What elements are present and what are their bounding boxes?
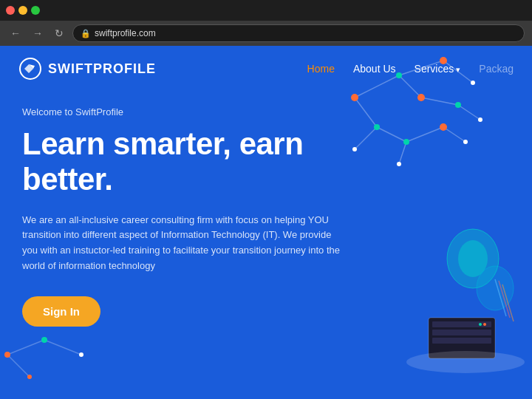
svg-point-14	[417, 94, 425, 101]
hero-content: Welcome to SwiftProfile Learn smarter, e…	[0, 92, 369, 341]
lock-icon: 🔒	[81, 29, 91, 38]
svg-point-15	[440, 123, 447, 131]
svg-point-31	[27, 375, 32, 379]
signin-button[interactable]: Sign In	[22, 296, 100, 327]
svg-point-40	[483, 323, 486, 326]
browser-chrome: ← → ↻ 🔒 swiftprofile.com	[0, 0, 532, 46]
svg-point-22	[397, 162, 401, 166]
svg-line-25	[7, 340, 44, 355]
nav-about[interactable]: About Us	[353, 63, 396, 75]
svg-point-17	[374, 124, 380, 130]
svg-rect-37	[432, 330, 491, 335]
svg-point-39	[479, 323, 482, 326]
hero-description: We are an all-inclusive career consultin…	[22, 213, 340, 274]
back-button[interactable]: ←	[7, 26, 24, 41]
svg-rect-36	[432, 321, 491, 327]
svg-point-41	[406, 351, 525, 373]
svg-line-11	[443, 127, 466, 142]
svg-line-5	[377, 127, 406, 142]
svg-point-30	[79, 352, 83, 357]
nav-links: Home About Us Services Packag	[307, 63, 514, 75]
site-logo[interactable]: SWIFTPROFILE	[18, 57, 156, 81]
window-controls	[6, 6, 40, 15]
minimize-button[interactable]	[18, 6, 27, 15]
url-text: swiftprofile.com	[95, 28, 156, 38]
website-content: SWIFTPROFILE Home About Us Services Pack…	[0, 46, 532, 399]
svg-rect-38	[432, 338, 491, 344]
hero-subtitle: Welcome to SwiftProfile	[22, 106, 347, 117]
right-illustration	[384, 214, 532, 384]
svg-line-8	[458, 105, 480, 120]
tab-bar	[0, 0, 532, 21]
svg-point-28	[4, 352, 10, 358]
logo-text: SWIFTPROFILE	[48, 61, 156, 77]
hero-title: Learn smarter, earn better.	[22, 126, 347, 198]
svg-point-19	[403, 139, 409, 145]
forward-button[interactable]: →	[30, 26, 46, 41]
svg-line-4	[421, 98, 458, 105]
svg-point-23	[478, 117, 482, 122]
nav-packages[interactable]: Packag	[479, 63, 514, 75]
svg-point-24	[463, 140, 468, 144]
browser-toolbar: ← → ↻ 🔒 swiftprofile.com	[0, 21, 532, 46]
svg-line-26	[44, 340, 81, 355]
logo-icon	[18, 57, 42, 81]
maximize-button[interactable]	[31, 6, 40, 15]
svg-line-10	[399, 142, 406, 164]
nav-home[interactable]: Home	[307, 63, 335, 75]
reload-button[interactable]: ↻	[52, 26, 66, 41]
site-navigation: SWIFTPROFILE Home About Us Services Pack…	[0, 46, 532, 92]
nav-services[interactable]: Services	[415, 63, 461, 75]
svg-line-27	[7, 355, 30, 377]
svg-point-18	[455, 102, 461, 108]
svg-line-6	[406, 127, 443, 142]
close-button[interactable]	[6, 6, 15, 15]
address-bar[interactable]: 🔒 swiftprofile.com	[72, 24, 525, 42]
